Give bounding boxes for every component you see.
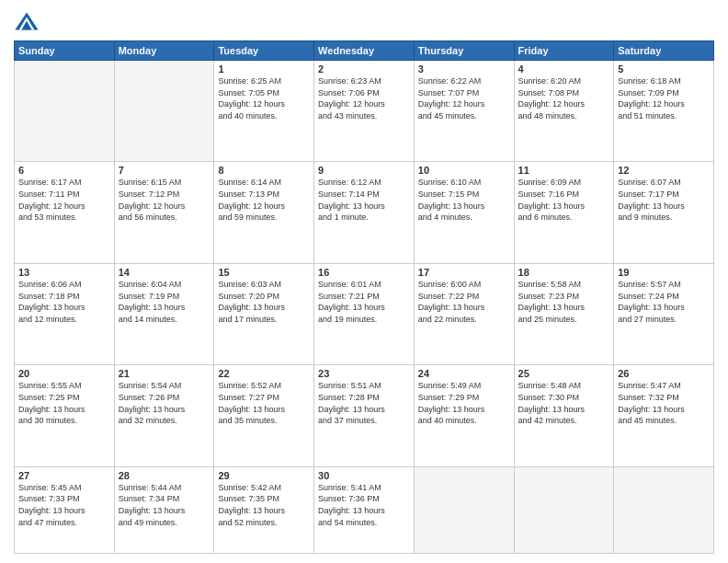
calendar-day-cell: 15Sunrise: 6:03 AM Sunset: 7:20 PM Dayli…	[214, 263, 314, 364]
day-info: Sunrise: 6:04 AM Sunset: 7:19 PM Dayligh…	[119, 279, 210, 325]
day-number: 28	[119, 470, 210, 481]
calendar-day-cell: 1Sunrise: 6:25 AM Sunset: 7:05 PM Daylig…	[214, 61, 314, 162]
calendar-day-cell: 3Sunrise: 6:22 AM Sunset: 7:07 PM Daylig…	[414, 61, 514, 162]
calendar-day-cell: 23Sunrise: 5:51 AM Sunset: 7:28 PM Dayli…	[314, 365, 415, 466]
calendar-day-cell	[514, 466, 614, 553]
weekday-header: Saturday	[614, 41, 714, 61]
day-number: 23	[318, 368, 410, 379]
day-number: 30	[318, 470, 410, 481]
day-number: 16	[318, 267, 410, 278]
day-number: 15	[218, 267, 310, 278]
day-number: 21	[119, 368, 210, 379]
day-info: Sunrise: 6:01 AM Sunset: 7:21 PM Dayligh…	[318, 279, 410, 325]
day-number: 7	[119, 165, 210, 176]
weekday-header: Friday	[514, 41, 614, 61]
day-number: 19	[618, 267, 710, 278]
weekday-header: Wednesday	[314, 41, 415, 61]
day-number: 24	[418, 368, 510, 379]
day-number: 17	[418, 267, 510, 278]
day-info: Sunrise: 5:55 AM Sunset: 7:25 PM Dayligh…	[18, 380, 110, 426]
calendar-day-cell: 22Sunrise: 5:52 AM Sunset: 7:27 PM Dayli…	[214, 365, 314, 466]
day-number: 9	[318, 165, 410, 176]
day-info: Sunrise: 5:49 AM Sunset: 7:29 PM Dayligh…	[418, 380, 510, 426]
header	[14, 9, 714, 35]
calendar-week-row: 13Sunrise: 6:06 AM Sunset: 7:18 PM Dayli…	[15, 263, 714, 364]
calendar-day-cell: 11Sunrise: 6:09 AM Sunset: 7:16 PM Dayli…	[514, 162, 614, 263]
logo-icon	[14, 9, 40, 35]
day-info: Sunrise: 5:58 AM Sunset: 7:23 PM Dayligh…	[518, 279, 610, 325]
day-info: Sunrise: 5:41 AM Sunset: 7:36 PM Dayligh…	[318, 482, 410, 528]
day-number: 1	[218, 63, 310, 75]
day-number: 3	[418, 63, 510, 75]
calendar-week-row: 6Sunrise: 6:17 AM Sunset: 7:11 PM Daylig…	[15, 162, 714, 263]
day-number: 8	[218, 165, 310, 176]
day-info: Sunrise: 6:03 AM Sunset: 7:20 PM Dayligh…	[218, 279, 310, 325]
calendar-day-cell: 10Sunrise: 6:10 AM Sunset: 7:15 PM Dayli…	[414, 162, 514, 263]
day-info: Sunrise: 5:42 AM Sunset: 7:35 PM Dayligh…	[218, 482, 310, 528]
day-info: Sunrise: 6:17 AM Sunset: 7:11 PM Dayligh…	[18, 177, 110, 223]
day-info: Sunrise: 6:20 AM Sunset: 7:08 PM Dayligh…	[518, 75, 610, 121]
calendar-day-cell: 20Sunrise: 5:55 AM Sunset: 7:25 PM Dayli…	[15, 365, 115, 466]
calendar-day-cell: 17Sunrise: 6:00 AM Sunset: 7:22 PM Dayli…	[414, 263, 514, 364]
day-info: Sunrise: 5:54 AM Sunset: 7:26 PM Dayligh…	[119, 380, 210, 426]
day-number: 6	[18, 165, 110, 176]
day-info: Sunrise: 5:48 AM Sunset: 7:30 PM Dayligh…	[518, 380, 610, 426]
day-number: 22	[218, 368, 310, 379]
day-info: Sunrise: 6:00 AM Sunset: 7:22 PM Dayligh…	[418, 279, 510, 325]
calendar-day-cell: 24Sunrise: 5:49 AM Sunset: 7:29 PM Dayli…	[414, 365, 514, 466]
calendar-day-cell: 2Sunrise: 6:23 AM Sunset: 7:06 PM Daylig…	[314, 61, 415, 162]
day-number: 14	[119, 267, 210, 278]
day-info: Sunrise: 6:18 AM Sunset: 7:09 PM Dayligh…	[618, 75, 710, 121]
page: SundayMondayTuesdayWednesdayThursdayFrid…	[0, 0, 728, 563]
day-info: Sunrise: 5:45 AM Sunset: 7:33 PM Dayligh…	[18, 482, 110, 528]
calendar-week-row: 20Sunrise: 5:55 AM Sunset: 7:25 PM Dayli…	[15, 365, 714, 466]
day-number: 11	[518, 165, 610, 176]
day-number: 5	[618, 63, 710, 75]
day-info: Sunrise: 5:51 AM Sunset: 7:28 PM Dayligh…	[318, 380, 410, 426]
calendar-day-cell: 9Sunrise: 6:12 AM Sunset: 7:14 PM Daylig…	[314, 162, 415, 263]
day-info: Sunrise: 6:12 AM Sunset: 7:14 PM Dayligh…	[318, 177, 410, 223]
day-info: Sunrise: 5:52 AM Sunset: 7:27 PM Dayligh…	[218, 380, 310, 426]
calendar-day-cell: 30Sunrise: 5:41 AM Sunset: 7:36 PM Dayli…	[314, 466, 415, 553]
calendar-body: 1Sunrise: 6:25 AM Sunset: 7:05 PM Daylig…	[15, 61, 714, 554]
calendar-day-cell: 27Sunrise: 5:45 AM Sunset: 7:33 PM Dayli…	[15, 466, 115, 553]
calendar-day-cell: 28Sunrise: 5:44 AM Sunset: 7:34 PM Dayli…	[114, 466, 214, 553]
calendar-day-cell: 12Sunrise: 6:07 AM Sunset: 7:17 PM Dayli…	[614, 162, 714, 263]
calendar-week-row: 1Sunrise: 6:25 AM Sunset: 7:05 PM Daylig…	[15, 61, 714, 162]
calendar-day-cell: 6Sunrise: 6:17 AM Sunset: 7:11 PM Daylig…	[15, 162, 115, 263]
calendar-day-cell	[15, 61, 115, 162]
day-number: 13	[18, 267, 110, 278]
day-number: 10	[418, 165, 510, 176]
day-number: 26	[618, 368, 710, 379]
day-number: 18	[518, 267, 610, 278]
calendar-day-cell: 5Sunrise: 6:18 AM Sunset: 7:09 PM Daylig…	[614, 61, 714, 162]
day-info: Sunrise: 6:10 AM Sunset: 7:15 PM Dayligh…	[418, 177, 510, 223]
calendar-day-cell	[614, 466, 714, 553]
calendar-day-cell	[414, 466, 514, 553]
calendar-day-cell: 29Sunrise: 5:42 AM Sunset: 7:35 PM Dayli…	[214, 466, 314, 553]
calendar-day-cell: 4Sunrise: 6:20 AM Sunset: 7:08 PM Daylig…	[514, 61, 614, 162]
day-info: Sunrise: 6:25 AM Sunset: 7:05 PM Dayligh…	[218, 75, 310, 121]
day-info: Sunrise: 5:47 AM Sunset: 7:32 PM Dayligh…	[618, 380, 710, 426]
day-info: Sunrise: 6:23 AM Sunset: 7:06 PM Dayligh…	[318, 75, 410, 121]
logo	[14, 9, 43, 35]
calendar-day-cell: 26Sunrise: 5:47 AM Sunset: 7:32 PM Dayli…	[614, 365, 714, 466]
day-info: Sunrise: 6:22 AM Sunset: 7:07 PM Dayligh…	[418, 75, 510, 121]
calendar-day-cell: 8Sunrise: 6:14 AM Sunset: 7:13 PM Daylig…	[214, 162, 314, 263]
weekday-header: Monday	[114, 41, 214, 61]
calendar-day-cell: 18Sunrise: 5:58 AM Sunset: 7:23 PM Dayli…	[514, 263, 614, 364]
day-number: 2	[318, 63, 410, 75]
calendar-header: SundayMondayTuesdayWednesdayThursdayFrid…	[15, 41, 714, 61]
calendar-week-row: 27Sunrise: 5:45 AM Sunset: 7:33 PM Dayli…	[15, 466, 714, 553]
weekday-header-row: SundayMondayTuesdayWednesdayThursdayFrid…	[15, 41, 714, 61]
calendar-day-cell: 21Sunrise: 5:54 AM Sunset: 7:26 PM Dayli…	[114, 365, 214, 466]
calendar-day-cell: 25Sunrise: 5:48 AM Sunset: 7:30 PM Dayli…	[514, 365, 614, 466]
day-number: 25	[518, 368, 610, 379]
day-info: Sunrise: 6:14 AM Sunset: 7:13 PM Dayligh…	[218, 177, 310, 223]
day-info: Sunrise: 6:15 AM Sunset: 7:12 PM Dayligh…	[119, 177, 210, 223]
calendar-day-cell: 16Sunrise: 6:01 AM Sunset: 7:21 PM Dayli…	[314, 263, 415, 364]
weekday-header: Thursday	[414, 41, 514, 61]
calendar-day-cell: 14Sunrise: 6:04 AM Sunset: 7:19 PM Dayli…	[114, 263, 214, 364]
day-info: Sunrise: 6:06 AM Sunset: 7:18 PM Dayligh…	[18, 279, 110, 325]
day-number: 4	[518, 63, 610, 75]
